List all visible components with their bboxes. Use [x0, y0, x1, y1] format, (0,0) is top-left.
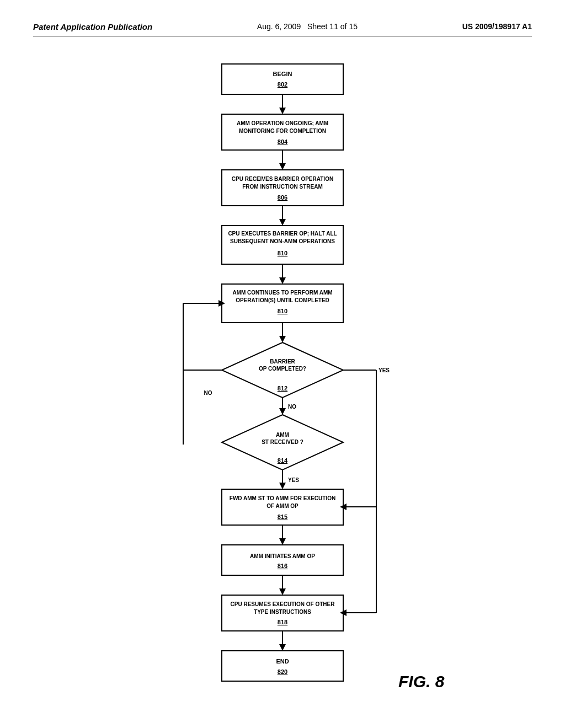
- svg-text:OPERATION(S) UNTIL COMPLETED: OPERATION(S) UNTIL COMPLETED: [236, 297, 329, 303]
- svg-marker-59: [279, 538, 286, 545]
- svg-marker-41: [279, 408, 286, 415]
- svg-text:816: 816: [278, 563, 287, 569]
- svg-text:AMM INITIATES AMM OP: AMM INITIATES AMM OP: [250, 553, 315, 559]
- svg-text:CPU RESUMES EXECUTION OF OTHER: CPU RESUMES EXECUTION OF OTHER: [231, 601, 335, 607]
- svg-text:818: 818: [278, 619, 287, 625]
- svg-text:802: 802: [278, 81, 287, 88]
- svg-text:812: 812: [278, 385, 287, 392]
- svg-text:815: 815: [278, 513, 287, 520]
- page-header: Patent Application Publication Aug. 6, 2…: [33, 22, 532, 36]
- svg-text:814: 814: [278, 457, 288, 464]
- svg-rect-60: [222, 545, 343, 575]
- svg-text:NO: NO: [204, 390, 212, 396]
- svg-text:FIG. 8: FIG. 8: [398, 672, 445, 690]
- svg-text:NO: NO: [288, 404, 296, 410]
- svg-marker-16: [279, 219, 286, 226]
- svg-text:FWD AMM ST TO AMM FOR EXECUTIO: FWD AMM ST TO AMM FOR EXECUTION: [230, 495, 335, 501]
- svg-text:OP COMPLETED?: OP COMPLETED?: [259, 366, 306, 372]
- publication-label: Patent Application Publication: [33, 22, 152, 31]
- svg-text:810: 810: [278, 250, 287, 256]
- svg-text:CPU RECEIVES BARRIER OPERATION: CPU RECEIVES BARRIER OPERATION: [232, 176, 333, 182]
- svg-text:AMM OPERATION ONGOING; AMM: AMM OPERATION ONGOING; AMM: [237, 120, 328, 126]
- date-sheet: Aug. 6, 2009 Sheet 11 of 15: [257, 22, 358, 31]
- svg-text:ST RECEIVED ?: ST RECEIVED ?: [262, 439, 303, 445]
- svg-text:806: 806: [278, 194, 287, 201]
- svg-marker-10: [279, 163, 286, 170]
- svg-text:YES: YES: [379, 367, 390, 373]
- svg-text:SUBSEQUENT NON-AMM OPERATIONS: SUBSEQUENT NON-AMM OPERATIONS: [230, 238, 335, 244]
- svg-rect-0: [222, 64, 343, 94]
- svg-text:810: 810: [278, 308, 287, 314]
- svg-text:FROM INSTRUCTION STREAM: FROM INSTRUCTION STREAM: [242, 184, 323, 190]
- svg-text:BARRIER: BARRIER: [270, 358, 295, 365]
- svg-text:TYPE INSTRUCTIONS: TYPE INSTRUCTIONS: [254, 609, 311, 615]
- svg-text:820: 820: [278, 668, 287, 675]
- svg-marker-22: [279, 277, 286, 284]
- svg-marker-64: [279, 588, 286, 595]
- page: Patent Application Publication Aug. 6, 2…: [0, 0, 565, 728]
- sheet: Sheet 11 of 15: [307, 22, 358, 31]
- svg-text:CPU EXECUTES BARRIER OP; HALT : CPU EXECUTES BARRIER OP; HALT ALL: [228, 231, 337, 237]
- svg-text:BEGIN: BEGIN: [273, 71, 292, 77]
- svg-marker-73: [279, 644, 286, 651]
- svg-text:804: 804: [278, 138, 288, 145]
- svg-marker-48: [279, 483, 286, 489]
- flowchart: BEGIN 802 AMM OPERATION ONGOING; AMM MON…: [89, 58, 476, 709]
- svg-text:AMM CONTINUES TO PERFORM AMM: AMM CONTINUES TO PERFORM AMM: [232, 290, 332, 296]
- svg-text:END: END: [276, 658, 289, 665]
- date: Aug. 6, 2009: [257, 22, 301, 31]
- svg-marker-4: [279, 108, 286, 114]
- svg-text:OF AMM OP: OF AMM OP: [266, 503, 299, 509]
- svg-text:YES: YES: [288, 477, 299, 483]
- svg-rect-74: [222, 651, 343, 681]
- patent-number: US 2009/198917 A1: [462, 22, 532, 31]
- svg-text:MONITORING FOR COMPLETION: MONITORING FOR COMPLETION: [239, 128, 326, 134]
- svg-marker-28: [279, 336, 286, 342]
- svg-text:AMM: AMM: [276, 432, 289, 438]
